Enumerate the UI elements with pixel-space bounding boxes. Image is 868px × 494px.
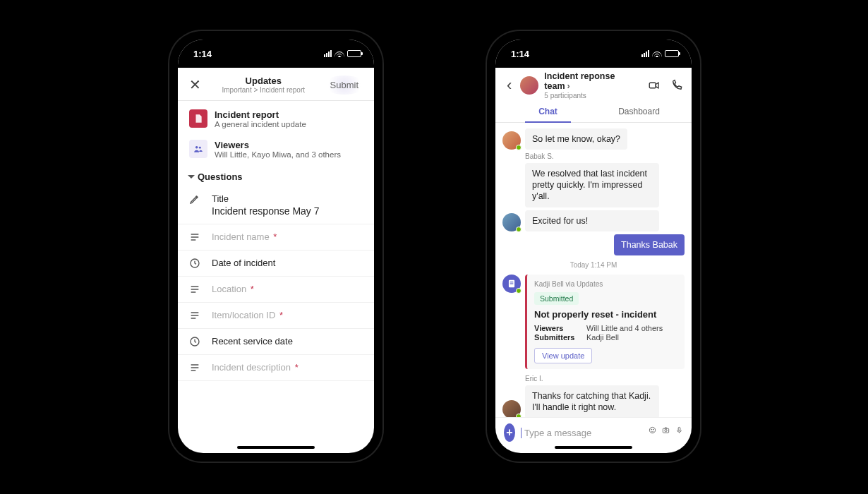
- card-via: Kadji Bell via Updates: [534, 280, 677, 288]
- form-header: ✕ Updates Important > Incident report Su…: [178, 68, 374, 101]
- viewers-label: Viewers: [215, 140, 341, 150]
- text-lines-icon: [189, 310, 202, 321]
- field-item-location-id[interactable]: Item/location ID *: [178, 303, 374, 329]
- back-icon[interactable]: ‹: [504, 75, 514, 96]
- document-icon: [189, 109, 207, 128]
- chat-title: Incident reponse team: [544, 71, 615, 91]
- sender-label: Babak S.: [525, 152, 685, 160]
- update-card[interactable]: Kadji Bell via Updates Submitted Not pro…: [525, 275, 685, 369]
- chat-message[interactable]: We resolved that last incident pretty qu…: [525, 163, 659, 207]
- chat-subtitle: 5 participants: [544, 92, 638, 100]
- chat-title-block[interactable]: Incident reponse team 5 participants: [544, 72, 638, 100]
- svg-point-0: [195, 146, 198, 149]
- chat-message[interactable]: Excited for us!: [525, 210, 659, 231]
- people-icon: [189, 140, 207, 158]
- card-title: Not properly reset - incident: [534, 309, 677, 320]
- field-title-value: Incident response May 7: [212, 205, 363, 217]
- wifi-icon: [652, 50, 662, 57]
- field-incident-description-label: Incident description *: [212, 362, 363, 373]
- card-submitters-value: Kadji Bell: [586, 333, 619, 342]
- time-divider: Today 1:14 PM: [502, 261, 685, 269]
- report-info-row: Incident report A general incident updat…: [178, 104, 374, 134]
- field-title[interactable]: Title Incident response May 7: [178, 186, 374, 224]
- card-viewers-value: Will Little and 4 others: [586, 324, 663, 332]
- breadcrumb: Important > Incident report: [204, 86, 323, 94]
- report-title: Incident report: [215, 109, 306, 120]
- phone-chat: 1:14 ‹ Incident reponse team 5 participa…: [487, 31, 700, 462]
- phone-updates-form: 1:14 ✕ Updates Important > Incident repo…: [169, 31, 382, 462]
- tabs: Chat Dashboard: [495, 102, 692, 123]
- battery-icon: [347, 50, 361, 57]
- message-input[interactable]: [521, 428, 643, 438]
- tab-chat[interactable]: Chat: [502, 102, 593, 122]
- add-attachment-button[interactable]: +: [504, 423, 515, 442]
- field-title-label: Title: [212, 193, 363, 204]
- status-badge: Submitted: [534, 292, 579, 305]
- header-title: Updates: [204, 76, 323, 86]
- questions-label: Questions: [198, 171, 243, 182]
- chevron-down-icon: [188, 175, 195, 179]
- audio-call-icon[interactable]: [670, 79, 683, 92]
- wifi-icon: [334, 50, 344, 57]
- svg-point-1: [199, 147, 201, 149]
- chat-body[interactable]: So let me know, okay? Babak S. We resolv…: [495, 123, 692, 418]
- svg-point-9: [651, 429, 652, 430]
- avatar[interactable]: [502, 400, 521, 418]
- field-location-label: Location *: [212, 284, 363, 294]
- avatar[interactable]: [502, 213, 521, 231]
- updates-app-icon[interactable]: [502, 275, 521, 293]
- clock-icon: [189, 336, 202, 347]
- pencil-icon: [189, 193, 202, 205]
- status-time: 1:14: [193, 49, 212, 59]
- field-recent-service-date-label: Recent service date: [212, 336, 363, 347]
- field-item-location-id-label: Item/location ID *: [212, 310, 363, 320]
- notch: [227, 40, 325, 58]
- field-incident-description[interactable]: Incident description *: [178, 355, 374, 381]
- view-update-button[interactable]: View update: [534, 348, 592, 363]
- signal-icon: [641, 50, 649, 57]
- field-incident-name[interactable]: Incident name *: [178, 224, 374, 251]
- battery-icon: [665, 50, 679, 57]
- video-call-icon[interactable]: [648, 79, 661, 92]
- svg-rect-13: [678, 427, 680, 430]
- tab-dashboard[interactable]: Dashboard: [593, 102, 685, 122]
- svg-point-8: [649, 427, 655, 433]
- avatar[interactable]: [502, 131, 521, 150]
- submit-button[interactable]: Submit: [323, 76, 366, 95]
- chat-message[interactable]: Thanks for catching that Kadji. I'll han…: [525, 385, 659, 417]
- chat-header: ‹ Incident reponse team 5 participants: [495, 68, 692, 102]
- svg-rect-7: [510, 283, 514, 284]
- viewers-value: Will Little, Kayo Miwa, and 3 others: [215, 150, 341, 159]
- home-indicator: [237, 446, 315, 449]
- report-subtitle: A general incident update: [215, 120, 306, 128]
- questions-section-toggle[interactable]: Questions: [178, 167, 374, 186]
- text-lines-icon: [189, 284, 202, 295]
- svg-point-10: [653, 429, 653, 430]
- field-recent-service-date[interactable]: Recent service date: [178, 329, 374, 355]
- emoji-icon[interactable]: [649, 426, 656, 439]
- signal-icon: [324, 50, 332, 57]
- svg-point-12: [665, 429, 667, 431]
- chat-message-own[interactable]: Thanks Babak: [614, 234, 685, 255]
- clock-icon: [189, 258, 202, 269]
- notch: [544, 40, 643, 58]
- field-date-of-incident-label: Date of incident: [212, 258, 363, 268]
- svg-rect-6: [510, 282, 514, 282]
- camera-icon[interactable]: [662, 426, 670, 439]
- chevron-right-icon: [565, 81, 570, 91]
- card-submitters-key: Submitters: [534, 333, 579, 342]
- sender-label: Eric I.: [525, 375, 685, 382]
- card-viewers-key: Viewers: [534, 324, 579, 332]
- field-incident-name-label: Incident name *: [212, 231, 363, 242]
- status-time: 1:14: [511, 49, 529, 59]
- viewers-info-row[interactable]: Viewers Will Little, Kayo Miwa, and 3 ot…: [178, 134, 374, 164]
- chat-message[interactable]: So let me know, okay?: [525, 128, 627, 150]
- microphone-icon[interactable]: [675, 426, 683, 439]
- chat-avatar[interactable]: [520, 76, 538, 95]
- close-icon[interactable]: ✕: [186, 73, 204, 96]
- field-date-of-incident[interactable]: Date of incident: [178, 251, 374, 277]
- svg-rect-4: [649, 83, 656, 89]
- home-indicator: [555, 446, 632, 449]
- field-location[interactable]: Location *: [178, 277, 374, 303]
- text-lines-icon: [189, 231, 202, 243]
